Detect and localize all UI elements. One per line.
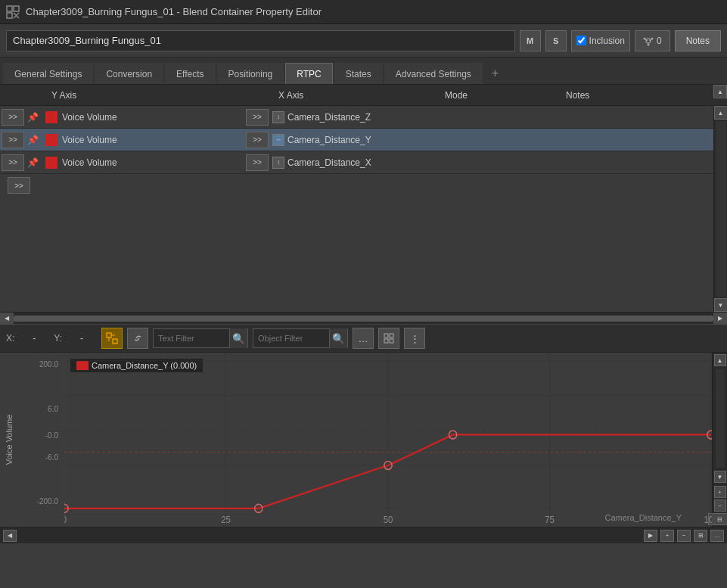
tab-add[interactable]: + bbox=[484, 63, 506, 84]
tab-states[interactable]: States bbox=[334, 63, 383, 84]
share-button[interactable]: 0 bbox=[635, 30, 670, 51]
y-label-6: 6.0 bbox=[48, 405, 63, 413]
m-button[interactable]: M bbox=[520, 30, 541, 51]
table-row[interactable]: >> 📌 Voice Volume >> ↕ Camera_Distance_Z bbox=[0, 106, 713, 129]
graph-main: Camera_Distance_Y (0.000) bbox=[64, 353, 712, 527]
x-label-25: 25 bbox=[221, 514, 231, 524]
svg-rect-18 bbox=[384, 339, 388, 343]
x-label-100: 100 bbox=[704, 514, 712, 524]
inclusion-checkbox[interactable] bbox=[576, 36, 586, 45]
scroll-up-arrow[interactable]: ▲ bbox=[714, 106, 728, 120]
object-filter-container[interactable]: 🔍 bbox=[253, 328, 348, 348]
color-indicator bbox=[45, 111, 57, 123]
y-label-200: 200.0 bbox=[39, 360, 63, 369]
row-expand-btn[interactable]: >> bbox=[2, 154, 24, 171]
row-x-expand[interactable]: >> bbox=[242, 109, 272, 126]
y-label-neg6: -6.0 bbox=[45, 453, 63, 462]
tab-conversion[interactable]: Conversion bbox=[95, 63, 163, 84]
table-row[interactable]: >> 📌 Voice Volume >> ↔ Camera_Distance_Y bbox=[0, 129, 713, 151]
pin-icon: 📌 bbox=[26, 156, 39, 170]
row-x-btn[interactable]: >> bbox=[246, 109, 269, 126]
tabs-bar: General Settings Conversion Effects Posi… bbox=[0, 58, 727, 85]
row-expand-btn[interactable]: >> bbox=[2, 109, 24, 126]
tab-rtpc[interactable]: RTPC bbox=[285, 63, 332, 84]
row-x-expand[interactable]: >> bbox=[242, 154, 272, 171]
title-bar: Chapter3009_Burning Fungus_01 - Blend Co… bbox=[0, 0, 727, 24]
x-coord-value: - bbox=[19, 333, 49, 344]
y-label-0: -0.0 bbox=[45, 431, 63, 440]
graph-vscroll-track bbox=[716, 369, 725, 468]
add-row-btn[interactable]: >> bbox=[8, 177, 30, 194]
tab-positioning[interactable]: Positioning bbox=[217, 63, 284, 84]
text-filter-container[interactable]: 🔍 bbox=[153, 328, 248, 348]
scroll-down-arrow[interactable]: ▼ bbox=[714, 298, 728, 312]
x-axis-icon: ↔ bbox=[272, 134, 284, 146]
h-scrollbar[interactable]: ◀ ▶ bbox=[0, 312, 727, 324]
project-name-input[interactable] bbox=[6, 30, 515, 51]
bottom-grid-btn[interactable]: ⊞ bbox=[694, 530, 707, 542]
bottom-more-btn[interactable]: … bbox=[710, 530, 724, 542]
row-y-cell: Voice Volume bbox=[45, 157, 242, 169]
svg-rect-0 bbox=[7, 6, 12, 11]
bottom-left-btn[interactable]: ◀ bbox=[3, 530, 17, 542]
svg-rect-1 bbox=[14, 6, 19, 11]
graph-zoom-out[interactable]: − bbox=[714, 499, 726, 512]
bottom-plus-btn[interactable]: + bbox=[660, 530, 674, 542]
row-x-cell: ↕ Camera_Distance_X bbox=[272, 157, 439, 169]
row-x-btn[interactable]: >> bbox=[246, 132, 269, 148]
h-scroll-right[interactable]: ▶ bbox=[713, 313, 727, 325]
svg-line-9 bbox=[645, 39, 648, 41]
svg-point-8 bbox=[647, 43, 649, 45]
x-label-50: 50 bbox=[384, 514, 393, 524]
svg-rect-13 bbox=[113, 339, 117, 344]
x-axis-icon: ↕ bbox=[272, 157, 284, 169]
y-axis-title: Voice Volume bbox=[5, 415, 14, 465]
y-label-neg200: -200.0 bbox=[37, 497, 63, 506]
bottom-right-btn[interactable]: ▶ bbox=[644, 530, 657, 542]
tab-advanced-settings[interactable]: Advanced Settings bbox=[384, 63, 483, 84]
bottom-bar: ◀ ▶ + − ⊞ … bbox=[0, 527, 727, 543]
link-icon bbox=[132, 332, 144, 344]
notes-button[interactable]: Notes bbox=[675, 30, 721, 51]
inclusion-checkbox-container[interactable]: Inclusion bbox=[571, 30, 630, 51]
grid-display-icon bbox=[384, 333, 394, 344]
y-axis-labels: Voice Volume 200.0 6.0 -0.0 -6.0 -200.0 bbox=[0, 353, 64, 527]
graph-mode-btn[interactable] bbox=[101, 328, 123, 349]
filter-options-btn[interactable]: … bbox=[353, 328, 374, 349]
svg-line-10 bbox=[649, 39, 651, 41]
h-scroll-thumb bbox=[14, 316, 713, 322]
table-row[interactable]: >> 📌 Voice Volume >> ↕ Camera_Distance_X bbox=[0, 151, 713, 174]
s-button[interactable]: S bbox=[545, 30, 567, 51]
add-row-area: >> bbox=[0, 174, 713, 197]
tab-general-settings[interactable]: General Settings bbox=[3, 63, 93, 84]
more-options-btn[interactable]: ⋮ bbox=[404, 328, 425, 349]
tab-effects[interactable]: Effects bbox=[165, 63, 215, 84]
link-btn[interactable] bbox=[127, 328, 148, 349]
row-expand-btn[interactable]: >> bbox=[2, 132, 24, 148]
graph-curve bbox=[64, 434, 711, 508]
graph-display-btn[interactable] bbox=[378, 328, 399, 349]
graph-zoom-in[interactable]: + bbox=[714, 486, 726, 498]
row-x-expand[interactable]: >> bbox=[242, 132, 272, 148]
row-y-cell: Voice Volume bbox=[45, 134, 242, 146]
table-header: Y Axis X Axis Mode Notes ▲ bbox=[0, 85, 727, 106]
graph-scroll-up[interactable]: ▲ bbox=[714, 354, 726, 366]
share-icon bbox=[643, 36, 654, 46]
row-x-cell: ↔ Camera_Distance_Y bbox=[272, 134, 439, 146]
object-filter-search[interactable]: 🔍 bbox=[329, 328, 347, 348]
row-x-btn[interactable]: >> bbox=[246, 154, 269, 171]
h-scroll-left[interactable]: ◀ bbox=[0, 313, 14, 325]
text-filter-input[interactable] bbox=[154, 334, 229, 343]
text-filter-search[interactable]: 🔍 bbox=[229, 328, 247, 348]
window-title: Chapter3009_Burning Fungus_01 - Blend Co… bbox=[26, 6, 322, 17]
table-scrollbar[interactable]: ▲ ▼ bbox=[713, 106, 727, 312]
graph-toolbar: X: - Y: - 🔍 🔍 … ⋮ bbox=[0, 324, 727, 353]
col-header-x-axis: X Axis bbox=[272, 90, 439, 101]
graph-scroll-down[interactable]: ▼ bbox=[714, 471, 726, 483]
graph-container: Voice Volume 200.0 6.0 -0.0 -6.0 -200.0 … bbox=[0, 353, 727, 527]
scroll-up-btn[interactable]: ▲ bbox=[713, 85, 727, 98]
bottom-minus-btn[interactable]: − bbox=[677, 530, 691, 542]
svg-rect-17 bbox=[390, 334, 393, 338]
object-filter-input[interactable] bbox=[253, 334, 329, 343]
x-coord-label: X: bbox=[6, 333, 14, 344]
